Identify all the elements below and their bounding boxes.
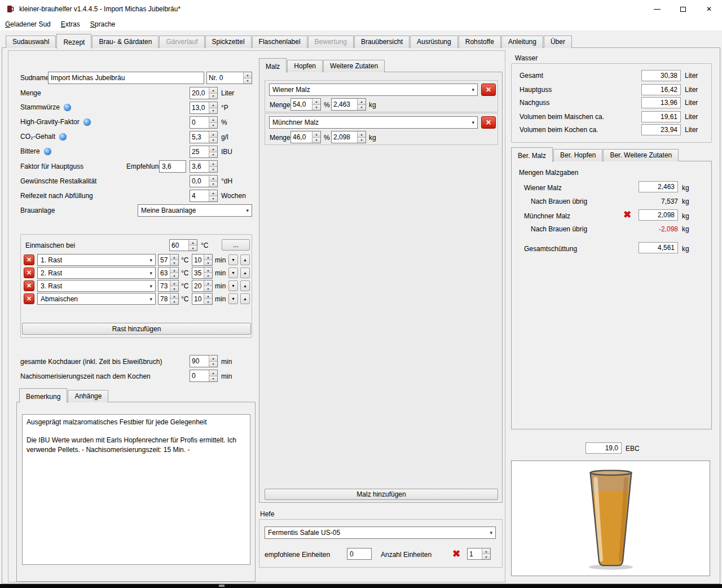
spin-down-icon[interactable]: ▼ [357, 138, 366, 143]
rast-move-up-button[interactable]: ▲ [240, 280, 250, 291]
hefe-anzahl-stepper[interactable]: ▲▼ [467, 548, 491, 560]
tab-brauuebersicht[interactable]: Brauübersicht [354, 36, 410, 48]
restalkalitaet-stepper[interactable]: ▲▼ [190, 175, 218, 187]
spin-up-icon[interactable]: ▲ [209, 370, 217, 376]
rast-move-up-button[interactable]: ▲ [240, 293, 250, 304]
spin-down-icon[interactable]: ▼ [209, 182, 217, 187]
tab-spickzettel[interactable]: Spickzettel [205, 36, 252, 48]
spin-down-icon[interactable]: ▼ [209, 196, 217, 202]
rast-time-input[interactable] [192, 267, 204, 278]
add-rast-button[interactable]: Rast hinzufügen [22, 323, 251, 335]
bittere-stepper[interactable]: ▲▼ [190, 146, 218, 158]
malz-amount-input[interactable] [332, 131, 357, 143]
spin-up-icon[interactable]: ▲ [209, 175, 217, 182]
spin-up-icon[interactable]: ▲ [357, 131, 366, 138]
spin-down-icon[interactable]: ▼ [204, 299, 212, 304]
hefe-anzahl-input[interactable] [468, 548, 482, 559]
spin-up-icon[interactable]: ▲ [204, 254, 212, 260]
spin-up-icon[interactable]: ▲ [188, 240, 197, 245]
spin-down-icon[interactable]: ▼ [170, 260, 178, 265]
menge-stepper[interactable]: ▲▼ [190, 87, 218, 99]
rast-move-down-button[interactable]: ▼ [228, 280, 238, 291]
stammwuerze-input[interactable] [190, 102, 209, 113]
malz-amount-stepper[interactable]: ▲▼ [331, 98, 366, 111]
spin-up-icon[interactable]: ▲ [312, 131, 320, 138]
spin-down-icon[interactable]: ▼ [209, 167, 217, 173]
spin-up-icon[interactable]: ▲ [209, 87, 217, 94]
menge-input[interactable] [190, 87, 209, 99]
tab-sudauswahl[interactable]: Sudauswahl [6, 36, 56, 48]
spin-up-icon[interactable]: ▲ [209, 131, 217, 138]
high-gravity-stepper[interactable]: ▲▼ [190, 116, 218, 129]
spin-up-icon[interactable]: ▲ [209, 146, 217, 152]
spin-up-icon[interactable]: ▲ [204, 280, 212, 286]
nachiso-stepper[interactable]: ▲▼ [190, 370, 218, 382]
rast-name-combo[interactable]: 1. Rast▾ [37, 254, 156, 266]
malz-name-combo[interactable]: Münchner Malz ▾ [269, 116, 478, 129]
rast-time-stepper[interactable]: ▲▼ [192, 267, 213, 279]
rast-delete-button[interactable]: ✕ [24, 254, 34, 265]
rast-delete-button[interactable]: ✕ [24, 280, 34, 291]
einmaischen-input[interactable] [170, 240, 188, 251]
spin-down-icon[interactable]: ▼ [170, 273, 178, 278]
sud-nr-stepper[interactable]: ▲▼ [206, 72, 252, 84]
spin-down-icon[interactable]: ▼ [209, 362, 217, 367]
rast-move-down-button[interactable]: ▼ [228, 293, 238, 304]
rast-delete-button[interactable]: ✕ [24, 293, 34, 304]
spin-up-icon[interactable]: ▲ [204, 267, 212, 273]
tab-weitere-zutaten[interactable]: Weitere Zutaten [323, 60, 385, 72]
spin-up-icon[interactable]: ▲ [209, 102, 217, 108]
spin-down-icon[interactable]: ▼ [204, 286, 212, 291]
tab-ueber[interactable]: Über [544, 36, 572, 48]
spin-down-icon[interactable]: ▼ [170, 286, 178, 291]
stammwuerze-stepper[interactable]: ▲▼ [190, 102, 218, 114]
restalkalitaet-input[interactable] [190, 175, 209, 187]
malz-delete-button[interactable]: ✕ [481, 116, 496, 129]
menu-sprache[interactable]: Sprache [85, 18, 121, 30]
malz-amount-stepper[interactable]: ▲▼ [331, 131, 366, 143]
rast-name-combo[interactable]: 3. Rast▾ [37, 280, 156, 292]
tab-anleitung[interactable]: Anleitung [501, 36, 543, 48]
spin-down-icon[interactable]: ▼ [209, 108, 217, 114]
malz-percent-input[interactable] [291, 99, 312, 110]
menu-extras[interactable]: Extras [56, 18, 85, 30]
malz-amount-input[interactable] [332, 99, 357, 110]
einmaischen-more-button[interactable]: ... [222, 239, 250, 251]
co2-input[interactable] [190, 131, 209, 143]
tab-rezept[interactable]: Rezept [56, 34, 91, 49]
add-malz-button[interactable]: Malz hinzufügen [265, 489, 498, 500]
close-button[interactable]: ✕ [696, 0, 722, 18]
rast-time-stepper[interactable]: ▲▼ [192, 293, 213, 305]
spin-down-icon[interactable]: ▼ [209, 94, 217, 99]
maximize-button[interactable] [670, 0, 696, 18]
rast-temp-input[interactable] [159, 267, 170, 278]
sudname-input[interactable] [48, 72, 204, 84]
tab-rohstoffe[interactable]: Rohstoffe [459, 36, 501, 48]
spin-up-icon[interactable]: ▲ [170, 280, 178, 286]
spin-up-icon[interactable]: ▲ [357, 99, 366, 105]
rast-move-up-button[interactable]: ▲ [240, 254, 250, 265]
spin-down-icon[interactable]: ▼ [188, 245, 197, 251]
rast-temp-input[interactable] [159, 254, 170, 265]
rast-time-stepper[interactable]: ▲▼ [192, 280, 213, 292]
tab-ber-malz[interactable]: Ber. Malz [511, 147, 553, 162]
spin-up-icon[interactable]: ▲ [482, 548, 490, 554]
spin-up-icon[interactable]: ▲ [209, 190, 217, 196]
rast-time-stepper[interactable]: ▲▼ [192, 254, 213, 266]
spin-down-icon[interactable]: ▼ [209, 152, 217, 158]
malz-percent-stepper[interactable]: ▲▼ [290, 131, 321, 143]
rast-temp-stepper[interactable]: ▲▼ [158, 267, 179, 279]
sud-nr-input[interactable] [207, 72, 243, 84]
hauptguss-faktor-stepper[interactable]: ▲▼ [190, 160, 218, 173]
rast-time-input[interactable] [192, 293, 204, 304]
spin-down-icon[interactable]: ▼ [204, 273, 212, 278]
rast-time-input[interactable] [192, 254, 204, 265]
tab-bemerkung[interactable]: Bemerkung [19, 388, 67, 403]
spin-up-icon[interactable]: ▲ [312, 99, 320, 105]
tab-ber-weitere-zutaten[interactable]: Ber. Weitere Zutaten [603, 149, 679, 161]
rast-temp-stepper[interactable]: ▲▼ [158, 293, 179, 305]
rast-temp-input[interactable] [159, 293, 170, 304]
rast-temp-stepper[interactable]: ▲▼ [158, 254, 179, 266]
malz-delete-button[interactable]: ✕ [481, 84, 496, 96]
tab-malz[interactable]: Malz [259, 58, 287, 73]
